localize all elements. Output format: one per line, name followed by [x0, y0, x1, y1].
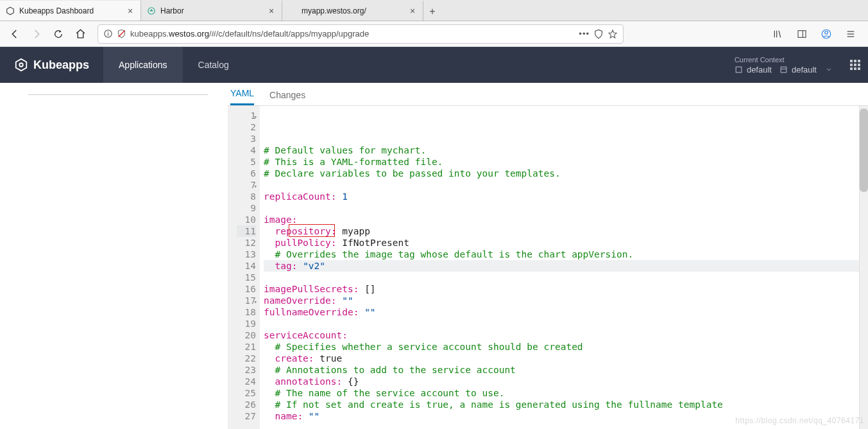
tab-yaml[interactable]: YAML: [230, 88, 254, 105]
right-pane: YAML Changes 1▾234567▾891011121314151617…: [228, 83, 868, 429]
svg-point-17: [19, 63, 23, 67]
context-namespace: default: [792, 65, 817, 74]
browser-tab-harbor[interactable]: Harbor ×: [141, 1, 282, 21]
cluster-icon: [735, 66, 743, 74]
editor-tabs: YAML Changes: [228, 83, 868, 106]
left-pane: [0, 83, 228, 429]
new-tab-button[interactable]: +: [423, 3, 441, 21]
close-icon[interactable]: ×: [266, 6, 277, 16]
vertical-scrollbar[interactable]: [859, 106, 868, 429]
grid-icon: [850, 60, 860, 70]
context-cluster: default: [747, 65, 772, 74]
context-label: Current Context: [735, 56, 832, 64]
svg-rect-18: [736, 67, 742, 73]
nav-applications[interactable]: Applications: [103, 47, 183, 83]
left-divider: [28, 94, 208, 95]
sidebar-icon[interactable]: [792, 24, 812, 44]
close-icon[interactable]: ×: [125, 6, 135, 16]
yaml-editor[interactable]: 1▾234567▾891011121314151617▾181920212223…: [228, 106, 868, 429]
browser-tab-kubeapps[interactable]: Kubeapps Dashboard ×: [0, 1, 141, 21]
browser-tabstrip: Kubeapps Dashboard × Harbor × myapp.west…: [0, 0, 868, 21]
close-icon[interactable]: ×: [407, 6, 418, 16]
url-bar[interactable]: kubeapps.westos.org/#/c/default/ns/defau…: [98, 24, 624, 44]
app-header: Kubeapps Applications Catalog Current Co…: [0, 47, 868, 83]
menu-icon[interactable]: [841, 24, 860, 44]
tab-label: YAML: [230, 88, 254, 98]
svg-point-12: [825, 31, 828, 34]
watermark-text: https://blog.csdn.net/qq_40764171: [735, 415, 864, 426]
brand[interactable]: Kubeapps: [0, 58, 103, 72]
context-selector[interactable]: Current Context default default: [724, 47, 842, 83]
browser-toolbar: kubeapps.westos.org/#/c/default/ns/defau…: [0, 21, 868, 47]
nav-catalog[interactable]: Catalog: [183, 47, 244, 83]
svg-point-4: [108, 31, 109, 33]
line-gutter: 1▾234567▾891011121314151617▾181920212223…: [228, 106, 260, 429]
brand-text: Kubeapps: [33, 58, 89, 72]
nav-label: Applications: [119, 60, 167, 70]
meatballs-icon[interactable]: •••: [579, 29, 590, 39]
apps-grid-button[interactable]: [842, 47, 868, 83]
svg-marker-16: [16, 59, 27, 71]
nav-label: Catalog: [198, 60, 229, 70]
back-button[interactable]: [5, 24, 24, 44]
info-icon[interactable]: [103, 29, 113, 39]
blank-favicon-icon: [287, 6, 298, 16]
url-text: kubeapps.westos.org/#/c/default/ns/defau…: [130, 29, 575, 39]
forward-button[interactable]: [27, 24, 46, 44]
svg-marker-0: [7, 7, 14, 15]
bookmark-star-icon[interactable]: [608, 29, 618, 39]
kubeapps-logo-icon: [14, 58, 28, 72]
svg-rect-9: [798, 30, 806, 37]
harbor-icon: [146, 6, 157, 16]
shield-icon[interactable]: [593, 29, 604, 39]
browser-tab-myapp[interactable]: myapp.westos.org/ ×: [282, 1, 423, 21]
reload-button[interactable]: [49, 24, 68, 44]
highlight-annotation: [289, 224, 335, 237]
home-button[interactable]: [71, 24, 90, 44]
tab-title: myapp.westos.org/: [302, 6, 404, 15]
tab-label: Changes: [269, 90, 305, 100]
svg-rect-19: [781, 67, 787, 73]
tracking-blocked-icon[interactable]: [117, 29, 126, 39]
profile-icon[interactable]: [817, 24, 836, 44]
tab-title: Kubeapps Dashboard: [19, 6, 121, 15]
tab-title: Harbor: [160, 6, 262, 15]
code-area[interactable]: # Default values for mychart.# This is a…: [260, 106, 859, 429]
chevron-down-icon: [826, 66, 832, 73]
namespace-icon: [779, 66, 788, 74]
svg-line-8: [779, 30, 781, 37]
tab-changes[interactable]: Changes: [269, 90, 305, 105]
main-area: YAML Changes 1▾234567▾891011121314151617…: [0, 83, 868, 429]
library-icon[interactable]: [768, 24, 787, 44]
scrollbar-thumb[interactable]: [860, 109, 868, 192]
hexagon-icon: [5, 6, 15, 16]
